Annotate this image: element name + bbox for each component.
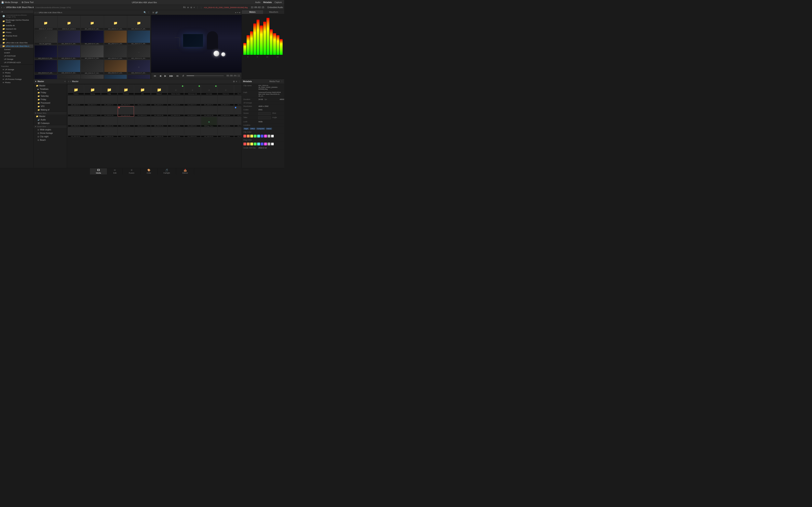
media-thumb[interactable]: A03_2016-01-27_225... (34, 60, 57, 74)
pool-timeline-f36[interactable]: ♫ F36_full_Rowing... (234, 85, 242, 95)
meters-tab[interactable]: Meters (242, 10, 263, 14)
nav-media[interactable]: 🎞 Media (90, 168, 107, 174)
zoom-btn[interactable]: ⊕ (187, 6, 189, 8)
flag-chip-orange[interactable] (247, 143, 250, 146)
pool-view-list[interactable]: ≡ (236, 80, 237, 82)
sidebar-item-ursa[interactable]: 📁 URSA Mini 4.6K Short Film (0, 41, 33, 44)
pool-r3-c9[interactable]: B BMDlogs_Trans... (201, 117, 217, 127)
sidebar-item-scratch[interactable]: scratch (0, 51, 33, 54)
pool-nav-fwd[interactable]: › (70, 80, 71, 82)
media-thumb[interactable]: ♫ A14_2016-01-28_224... (127, 75, 150, 79)
media-thumb[interactable]: ♫ A08_2016-01-27_220... (127, 60, 150, 74)
pool-r3-c11[interactable]: A03_2016-01-27... (234, 117, 242, 127)
loop-btn[interactable]: ↺ (181, 74, 185, 78)
pool-r4-c2[interactable]: A15_2016-02-03... (85, 127, 101, 137)
pool-nav-back[interactable]: ‹ (68, 80, 69, 82)
pool-r4-c6[interactable]: A14_2016-01-05... (151, 127, 167, 137)
pool-r2-c3[interactable]: A14_2016-01-28... (101, 106, 117, 116)
bin-add-btn[interactable]: + (64, 80, 65, 82)
flag-chip-gray[interactable] (267, 143, 270, 146)
smart-bins-collapse[interactable]: ▼ (35, 125, 37, 127)
media-thumb[interactable]: ♫ A03_2016-01-01_224... (127, 45, 150, 59)
pool-r2-c9[interactable]: A14_2016-01-28... (201, 106, 217, 116)
fav-photos-2[interactable]: ★ Photos (0, 81, 33, 84)
sidebar-item-ursa-a[interactable]: 📂 URSA Mini 4.6K Short Film A (0, 44, 33, 48)
pool-r3-c3[interactable]: A08_2016-01-25... (101, 117, 117, 127)
media-thumb[interactable]: A08_2016-01-27_210... (81, 60, 104, 74)
pool-r1-c10[interactable]: A03_2016-01-27... (218, 96, 234, 106)
pool-folder-saturday[interactable]: 📁 Saturday (85, 85, 101, 95)
pool-folder-making[interactable]: 📁 Making of (151, 85, 167, 95)
pool-r2-c7[interactable]: A14_2016-01-28... (168, 106, 184, 116)
bin-collapse-icon[interactable]: ▼ (35, 80, 37, 82)
sidebar-item-path[interactable]: 💿 /Users/alexanderda-d/Movies (Usage: 67… (0, 14, 33, 18)
pool-r4-c8[interactable]: A15_2016-02-46... (184, 127, 201, 137)
color-chip-red[interactable] (243, 135, 246, 137)
smart-bin-city[interactable]: ⊡ City night (34, 135, 67, 138)
tag-office[interactable]: Office (250, 127, 256, 130)
pool-more[interactable]: ⋮ (238, 80, 240, 82)
pool-r2-c11[interactable]: A15_2016-01-28... (234, 106, 242, 116)
pool-r3-c7[interactable]: A03_2016-01-25... (168, 117, 184, 127)
fwd-icon[interactable]: › (37, 11, 38, 14)
flag-chip-yellow[interactable] (250, 143, 253, 146)
sidebar-item-lr-storage-alex[interactable]: LR STORAGE ALEX (0, 61, 33, 64)
sidebar-item-c[interactable]: 📁 C (0, 38, 33, 41)
media-thumb[interactable]: 📁 A03_2016-01-27_224... (104, 16, 127, 30)
flag-chip-blue[interactable] (261, 143, 263, 146)
pool-r4-c9[interactable]: A15_2016-03-02... (201, 127, 217, 137)
media-thumb[interactable]: A01_2015-12-17_190... (81, 31, 104, 45)
fav-movies[interactable]: ★ Movies (0, 74, 33, 78)
preview-size-btn[interactable]: ⊞ (152, 11, 154, 14)
bin-power-master[interactable]: 📁 Master (34, 115, 67, 118)
flag-chip-cyan[interactable] (257, 143, 260, 146)
pool-timeline-final[interactable]: ♫ Final to Col (218, 85, 234, 95)
preview-vol-btn[interactable]: 🔊 (155, 11, 158, 14)
prev-frame-btn[interactable]: ◀ (159, 74, 162, 78)
pool-r2-c6[interactable]: A14_2016-01-28... (151, 106, 167, 116)
bin-item-friday-1[interactable]: 📁 Friday (34, 91, 67, 94)
pool-folder-friday[interactable]: 📁 Friday (101, 85, 117, 95)
sidebar-item-promise[interactable]: 📁 Promise RAID (0, 34, 33, 38)
pool-r1-c4[interactable]: A08_2016-04-27... (118, 96, 134, 106)
pool-r3-c8[interactable]: A03_2016-01-25... (184, 117, 201, 127)
color-chip-blue[interactable] (261, 135, 263, 137)
pool-r1-c2[interactable]: A08_2016-01-27... (85, 96, 101, 106)
pool-folder-vfx[interactable]: 📁 VFX (135, 85, 151, 95)
media-thumb[interactable]: A01_2015-12-17_193... (104, 31, 127, 45)
pool-timeline-wednesday[interactable]: ♫ Wednesday Edit (184, 85, 201, 95)
media-thumb[interactable]: A08_2016-01-27_216... (104, 60, 127, 74)
color-chip-green[interactable] (254, 135, 257, 137)
sidebar-item-lr-footage[interactable]: LR FOOTAGE (0, 54, 33, 58)
pool-r3-c10[interactable]: A15_2016-02-05... (218, 117, 234, 127)
pool-r4-c7[interactable]: A14_2016-01-05... (168, 127, 184, 137)
power-bins-collapse[interactable]: ▼ (35, 112, 37, 114)
bin-item-master[interactable]: 📁 Master (34, 84, 67, 88)
pool-r1-c1[interactable]: A08_2016-01-27... (68, 96, 84, 106)
sidebar-item-maintech[interactable]: 📁 Maintech HD (0, 27, 33, 31)
pool-r1-c5[interactable]: A03_2016-01-27... (135, 96, 151, 106)
bin-power-audio[interactable]: 🔊 Audio (34, 118, 67, 121)
tag-indoor[interactable]: Indoor (266, 127, 272, 130)
meta-scene-input[interactable] (258, 112, 270, 115)
color-chip-cyan[interactable] (257, 135, 260, 137)
sort-btn[interactable]: ⋮ (197, 6, 199, 8)
color-chip-purple[interactable] (264, 135, 267, 137)
pool-r2-c8[interactable]: A14_2016-01-28... (184, 106, 201, 116)
flag-chip-white[interactable] (271, 143, 274, 146)
next-ctrl[interactable]: ▸ (239, 11, 240, 14)
back-icon[interactable]: ‹ (35, 11, 36, 14)
pool-r2-c10[interactable]: A14_2016-01-28... (218, 106, 234, 116)
media-thumb[interactable]: A14_2016-01-28_215... (58, 75, 81, 79)
view-grid-btn[interactable]: ⊞ (190, 6, 192, 8)
preview-scrubber[interactable] (187, 75, 224, 76)
bin-item-processed[interactable]: 📁 Processed (34, 101, 67, 105)
bin-item-timelines[interactable]: ▶ Timelines (34, 88, 67, 91)
color-chip-gray[interactable] (267, 135, 270, 137)
media-thumb[interactable]: A01_2015-12-17_195... (127, 31, 150, 45)
color-chip-yellow[interactable] (250, 135, 253, 137)
pool-r3-c5[interactable]: A08_2016-01-25... (135, 117, 151, 127)
pool-r4-c5[interactable]: A14_2016-01-05... (135, 127, 151, 137)
view-list-btn[interactable]: ≡ (194, 6, 195, 8)
media-thumb[interactable]: A03_2015-12-17_200... (34, 45, 57, 59)
